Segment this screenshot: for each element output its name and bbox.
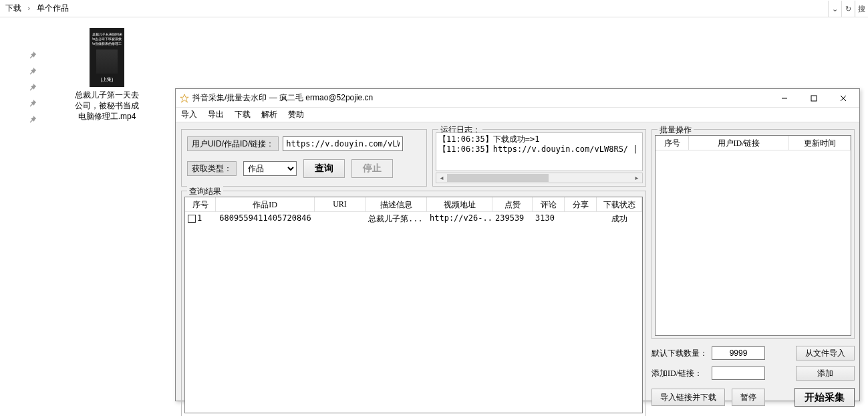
log-hscrollbar[interactable]: ◄ ► bbox=[436, 173, 643, 183]
default-count-input[interactable] bbox=[712, 346, 765, 360]
scroll-thumb[interactable] bbox=[447, 174, 549, 182]
cell-seq: 1 bbox=[197, 213, 202, 223]
app-window: 抖音采集/批量去水印 — 疯二毛 ermao@52pojie.cn 导入 导出 … bbox=[175, 88, 860, 401]
pause-button[interactable]: 暂停 bbox=[732, 389, 765, 406]
th-desc[interactable]: 描述信息 bbox=[366, 197, 427, 212]
add-button[interactable]: 添加 bbox=[796, 366, 855, 381]
cell-url: http://v26-... bbox=[427, 212, 492, 225]
video-thumbnail: 总裁儿子从美国回来\n去公司下班被误救\n当做新来的修理工 (上集) bbox=[90, 28, 124, 87]
pin-icon[interactable] bbox=[28, 67, 37, 76]
pin-icon[interactable] bbox=[28, 115, 37, 124]
svg-marker-0 bbox=[180, 94, 188, 102]
cell-uri bbox=[315, 212, 366, 225]
file-item[interactable]: 总裁儿子从美国回来\n去公司下班被误救\n当做新来的修理工 (上集) 总裁儿子第… bbox=[74, 28, 140, 122]
default-count-label: 默认下载数量： bbox=[652, 348, 712, 359]
breadcrumb-item[interactable]: 单个作品 bbox=[37, 3, 69, 14]
result-table[interactable]: 序号 作品ID URI 描述信息 视频地址 点赞 评论 分享 下载状态 1 68… bbox=[184, 197, 643, 413]
cell-status: 成功 bbox=[597, 212, 642, 225]
cell-desc: 总裁儿子第... bbox=[366, 212, 427, 225]
add-link-label: 添加ID/链接： bbox=[652, 368, 712, 379]
menu-donate[interactable]: 赞助 bbox=[288, 109, 304, 120]
chevron-right-icon: › bbox=[27, 4, 31, 13]
action-area: 默认下载数量： 从文件导入 添加ID/链接： 添加 导入链接并下载 暂停 开始采… bbox=[652, 344, 855, 409]
file-name: 总裁儿子第一天去公司，被秘书当成电脑修理工.mp4 bbox=[74, 90, 140, 122]
th-share[interactable]: 分享 bbox=[565, 197, 597, 212]
thumb-text: 总裁儿子从美国回来\n去公司下班被误救\n当做新来的修理工 bbox=[91, 32, 123, 46]
pin-icon[interactable] bbox=[28, 99, 37, 108]
menu-parse[interactable]: 解析 bbox=[261, 109, 277, 120]
pin-icon[interactable] bbox=[28, 83, 37, 92]
batch-panel: 批量操作 序号 用户ID/链接 更新时间 bbox=[652, 129, 855, 339]
query-button[interactable]: 查询 bbox=[303, 159, 345, 178]
pin-strip bbox=[28, 51, 37, 124]
log-textarea[interactable]: 【11:06:35】下载成功=>1 【11:06:35】https://v.do… bbox=[436, 132, 643, 171]
th-workid[interactable]: 作品ID bbox=[216, 197, 315, 212]
th-update-time[interactable]: 更新时间 bbox=[789, 136, 851, 150]
close-button[interactable] bbox=[829, 89, 858, 108]
titlebar[interactable]: 抖音采集/批量去水印 — 疯二毛 ermao@52pojie.cn bbox=[176, 89, 859, 108]
th-comment[interactable]: 评论 bbox=[533, 197, 565, 212]
search-button[interactable]: 搜 bbox=[855, 1, 868, 17]
menubar: 导入 导出 下载 解析 赞助 bbox=[176, 108, 859, 122]
th-uri[interactable]: URI bbox=[315, 197, 366, 212]
menu-export[interactable]: 导出 bbox=[208, 109, 224, 120]
cell-id: 6809559411405720846 bbox=[216, 212, 315, 225]
uid-label: 用户UID/作品ID/链接： bbox=[187, 136, 279, 151]
refresh-button[interactable]: ↻ bbox=[841, 1, 855, 17]
table-row[interactable]: 1 6809559411405720846 总裁儿子第... http://v2… bbox=[185, 212, 642, 225]
cell-share bbox=[565, 212, 597, 225]
result-panel: 查询结果 序号 作品ID URI 描述信息 视频地址 点赞 评论 分享 下载状态… bbox=[181, 191, 646, 416]
run-log-panel: 运行日志： 【11:06:35】下载成功=>1 【11:06:35】https:… bbox=[432, 129, 646, 187]
th-seq[interactable]: 序号 bbox=[656, 136, 689, 150]
pin-icon[interactable] bbox=[28, 51, 37, 60]
breadcrumb-item[interactable]: 下载 bbox=[5, 3, 21, 14]
history-dropdown[interactable]: ⌄ bbox=[828, 1, 841, 17]
window-title: 抖音采集/批量去水印 — 疯二毛 ermao@52pojie.cn bbox=[192, 92, 770, 104]
cell-like: 239539 bbox=[492, 212, 533, 225]
scroll-left-icon[interactable]: ◄ bbox=[436, 173, 447, 183]
app-icon bbox=[180, 94, 189, 103]
query-panel: 用户UID/作品ID/链接： 获取类型： 作品 查询 停止 bbox=[181, 129, 427, 187]
add-link-input[interactable] bbox=[712, 367, 765, 380]
svg-rect-2 bbox=[811, 96, 817, 101]
log-line: 【11:06:35】https://v.douyin.com/vLW8RS/ |… bbox=[438, 144, 640, 154]
scroll-right-icon[interactable]: ► bbox=[631, 173, 642, 183]
thumb-poster bbox=[96, 49, 118, 74]
minimize-button[interactable] bbox=[770, 89, 799, 108]
from-file-button[interactable]: 从文件导入 bbox=[796, 346, 855, 360]
batch-legend: 批量操作 bbox=[658, 124, 694, 136]
thumb-caption: (上集) bbox=[101, 76, 114, 83]
type-label: 获取类型： bbox=[187, 161, 237, 176]
th-userid[interactable]: 用户ID/链接 bbox=[689, 136, 789, 150]
start-collect-button[interactable]: 开始采集 bbox=[794, 388, 855, 407]
cell-comment: 3130 bbox=[533, 212, 565, 225]
log-line: 【11:06:35】下载成功=>1 bbox=[438, 134, 640, 144]
import-and-download-button[interactable]: 导入链接并下载 bbox=[652, 389, 725, 406]
maximize-button[interactable] bbox=[799, 89, 829, 108]
row-checkbox[interactable] bbox=[188, 215, 196, 223]
breadcrumb: 下载 › 单个作品 ⌄ ↻ 搜 bbox=[0, 0, 868, 17]
batch-table[interactable]: 序号 用户ID/链接 更新时间 bbox=[655, 135, 851, 336]
stop-button[interactable]: 停止 bbox=[351, 159, 393, 178]
th-seq[interactable]: 序号 bbox=[185, 197, 216, 212]
menu-import[interactable]: 导入 bbox=[181, 109, 197, 120]
type-select[interactable]: 作品 bbox=[243, 161, 297, 176]
menu-download[interactable]: 下载 bbox=[235, 109, 251, 120]
th-video-url[interactable]: 视频地址 bbox=[427, 197, 492, 212]
th-like[interactable]: 点赞 bbox=[492, 197, 533, 212]
uid-input[interactable] bbox=[283, 136, 403, 151]
result-legend: 查询结果 bbox=[187, 186, 223, 197]
th-status[interactable]: 下载状态 bbox=[597, 197, 642, 212]
